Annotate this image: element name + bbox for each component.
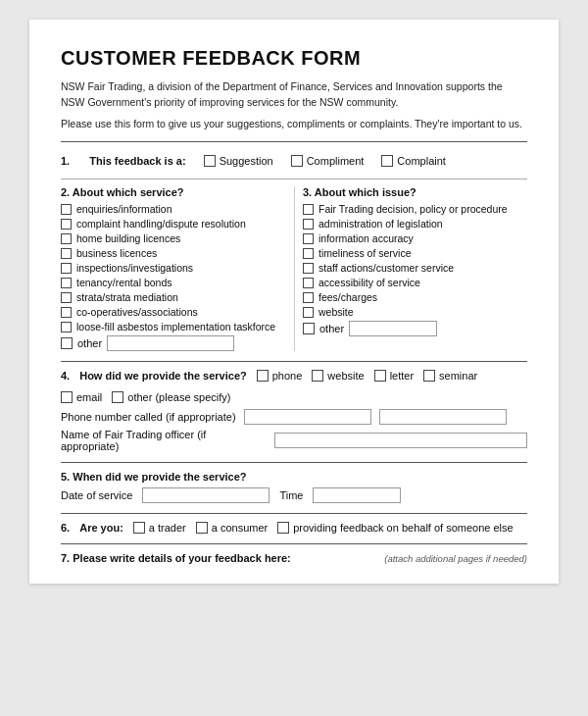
list-item: fees/charges bbox=[303, 291, 527, 303]
cb-complaint-handling[interactable] bbox=[61, 219, 72, 230]
list-item: accessibility of service bbox=[303, 277, 527, 288]
section5-number: 5. bbox=[61, 471, 70, 483]
section1: 1. This feedback is a: Suggestion Compli… bbox=[61, 150, 527, 172]
letter-option[interactable]: letter bbox=[374, 370, 414, 382]
cb-staff[interactable] bbox=[303, 263, 314, 274]
list-item: tenancy/rental bonds bbox=[61, 277, 284, 288]
cb-enquiries[interactable] bbox=[61, 204, 72, 215]
other-s2-input[interactable] bbox=[107, 335, 234, 351]
list-item: enquiries/information bbox=[61, 203, 284, 215]
compliment-option[interactable]: Compliment bbox=[291, 155, 365, 167]
email-label: email bbox=[76, 391, 102, 403]
cb-website[interactable] bbox=[303, 307, 314, 318]
list-item: timeliness of service bbox=[303, 247, 527, 259]
cb-consumer[interactable] bbox=[196, 522, 208, 534]
time-label: Time bbox=[279, 489, 303, 501]
section5-label: When did we provide the service? bbox=[73, 471, 246, 483]
trader-label: a trader bbox=[149, 522, 186, 534]
other-s3-input[interactable] bbox=[349, 321, 437, 336]
phone-number-row: Phone number called (if appropriate) bbox=[61, 409, 527, 425]
list-item: loose-fill asbestos implementation taskf… bbox=[61, 321, 284, 332]
suggestion-checkbox[interactable] bbox=[204, 155, 216, 167]
date-label: Date of service bbox=[61, 489, 132, 501]
phone-number-input2[interactable] bbox=[379, 409, 507, 425]
form-page: CUSTOMER FEEDBACK FORM NSW Fair Trading,… bbox=[29, 20, 559, 584]
list-item: co-operatives/associations bbox=[61, 306, 284, 318]
section3-header: 3. About which issue? bbox=[303, 186, 527, 198]
officer-name-row: Name of Fair Trading officer (if appropr… bbox=[61, 429, 527, 452]
list-item: information accuracy bbox=[303, 232, 527, 244]
cb-admin[interactable] bbox=[303, 219, 314, 230]
date-input[interactable] bbox=[142, 487, 270, 503]
cb-other-s2[interactable] bbox=[61, 337, 73, 349]
section6: 6. Are you: a trader a consumer providin… bbox=[61, 522, 527, 534]
complaint-label: Complaint bbox=[397, 155, 446, 167]
behalf-option[interactable]: providing feedback on behalf of someone … bbox=[277, 522, 513, 534]
cb-seminar[interactable] bbox=[423, 370, 435, 382]
cb-cooperatives[interactable] bbox=[61, 307, 72, 318]
cb-info-accuracy[interactable] bbox=[303, 233, 314, 244]
email-option[interactable]: email bbox=[61, 391, 102, 403]
cb-business-licences[interactable] bbox=[61, 248, 72, 259]
officer-name-input[interactable] bbox=[274, 433, 528, 448]
time-input[interactable] bbox=[313, 487, 401, 503]
other-specify-label: other (please specify) bbox=[127, 391, 230, 403]
cb-email[interactable] bbox=[61, 391, 73, 403]
cb-asbestos[interactable] bbox=[61, 322, 72, 332]
section4: 4. How did we provide the service? phone… bbox=[61, 370, 527, 452]
cb-fair-trading[interactable] bbox=[303, 204, 314, 215]
cb-website-s4[interactable] bbox=[312, 370, 323, 382]
divider-3 bbox=[61, 462, 527, 463]
cb-strata[interactable] bbox=[61, 292, 72, 303]
cb-fees[interactable] bbox=[303, 292, 314, 303]
divider-4 bbox=[61, 513, 527, 514]
cb-other-s4[interactable] bbox=[112, 391, 123, 403]
divider-2 bbox=[61, 361, 527, 362]
cb-timeliness[interactable] bbox=[303, 248, 314, 259]
trader-option[interactable]: a trader bbox=[133, 522, 186, 534]
consumer-option[interactable]: a consumer bbox=[196, 522, 268, 534]
divider-1 bbox=[61, 179, 527, 179]
section7-title: 7. Please write details of your feedback… bbox=[61, 552, 291, 564]
section5-header: 5. When did we provide the service? bbox=[61, 471, 527, 483]
section3-other-row: other bbox=[303, 321, 527, 336]
divider-top bbox=[61, 141, 527, 142]
compliment-label: Compliment bbox=[307, 155, 365, 167]
other-option-s4[interactable]: other (please specify) bbox=[112, 391, 230, 403]
section3-col: 3. About which issue? Fair Trading decis… bbox=[294, 186, 527, 351]
list-item: business licences bbox=[61, 247, 284, 259]
section4-number: 4. bbox=[61, 370, 70, 382]
divider-5 bbox=[61, 543, 527, 544]
complaint-checkbox[interactable] bbox=[381, 155, 393, 167]
complaint-option[interactable]: Complaint bbox=[381, 155, 446, 167]
list-item: staff actions/customer service bbox=[303, 262, 527, 274]
compliment-checkbox[interactable] bbox=[291, 155, 303, 167]
section4-header-row: 4. How did we provide the service? phone… bbox=[61, 370, 527, 403]
cb-trader[interactable] bbox=[133, 522, 145, 534]
seminar-option[interactable]: seminar bbox=[423, 370, 477, 382]
cb-other-s3[interactable] bbox=[303, 323, 315, 334]
section4-label: How did we provide the service? bbox=[79, 370, 247, 382]
list-item: administration of legislation bbox=[303, 218, 527, 230]
section3-label: About which issue? bbox=[315, 186, 416, 198]
officer-name-label: Name of Fair Trading officer (if appropr… bbox=[61, 429, 267, 452]
cb-phone[interactable] bbox=[257, 370, 269, 382]
cb-behalf[interactable] bbox=[277, 522, 289, 534]
website-option[interactable]: website bbox=[312, 370, 364, 382]
section7-header: 7. Please write details of your feedback… bbox=[61, 552, 527, 564]
form-title: CUSTOMER FEEDBACK FORM bbox=[61, 47, 527, 70]
cb-inspections[interactable] bbox=[61, 263, 72, 274]
phone-label: phone bbox=[272, 370, 303, 382]
cb-tenancy[interactable] bbox=[61, 278, 72, 288]
cb-letter[interactable] bbox=[374, 370, 386, 382]
section5: 5. When did we provide the service? Date… bbox=[61, 471, 527, 503]
section2-3-container: 2. About which service? enquiries/inform… bbox=[61, 186, 527, 351]
suggestion-option[interactable]: Suggestion bbox=[204, 155, 273, 167]
cb-accessibility[interactable] bbox=[303, 278, 314, 288]
section6-label: Are you: bbox=[79, 522, 123, 534]
suggestion-label: Suggestion bbox=[220, 155, 273, 167]
phone-option[interactable]: phone bbox=[257, 370, 303, 382]
cb-home-building[interactable] bbox=[61, 233, 72, 244]
list-item: complaint handling/dispute resolution bbox=[61, 218, 284, 230]
phone-number-input[interactable] bbox=[244, 409, 371, 425]
